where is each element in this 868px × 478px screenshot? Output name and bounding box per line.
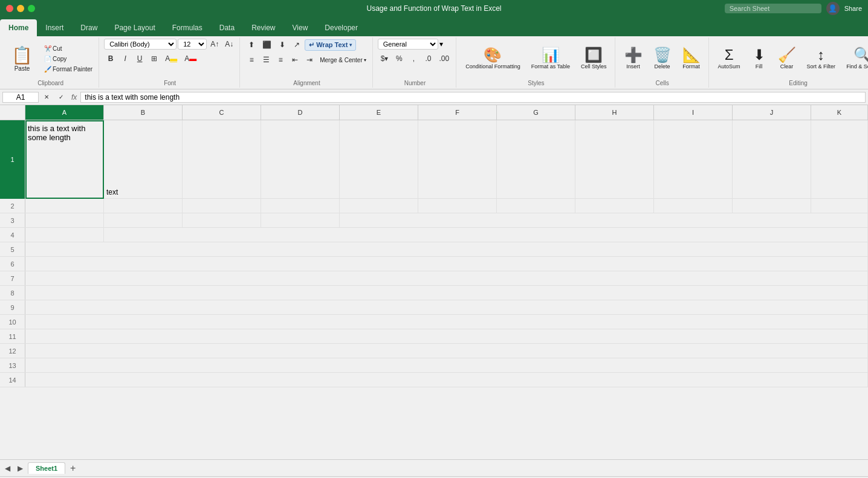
font-color-button[interactable]: A▬	[181, 53, 199, 65]
cell-d2[interactable]	[261, 199, 340, 213]
italic-button[interactable]: I	[118, 53, 132, 65]
tab-pagelayout[interactable]: Page Layout	[106, 19, 163, 36]
cell-i2[interactable]	[654, 199, 733, 213]
minimize-button[interactable]	[17, 5, 24, 12]
cell-c1[interactable]	[183, 120, 261, 199]
row-number-2[interactable]: 2	[0, 199, 25, 213]
cell-rest-6[interactable]	[25, 257, 868, 271]
row-number-8[interactable]: 8	[0, 286, 25, 300]
cell-d3[interactable]	[261, 213, 340, 227]
tab-review[interactable]: Review	[243, 19, 283, 36]
align-top-button[interactable]: ⬆	[245, 39, 258, 51]
cell-a3[interactable]	[25, 213, 104, 227]
font-decrease-button[interactable]: A↓	[222, 39, 236, 50]
underline-button[interactable]: U	[133, 53, 146, 65]
cell-b1[interactable]: text	[104, 120, 183, 199]
cut-button[interactable]: ✂️ Cut	[42, 44, 95, 53]
cell-rest-12[interactable]	[25, 344, 868, 358]
search-input[interactable]	[725, 4, 821, 13]
percent-button[interactable]: %	[392, 53, 406, 65]
cell-f1[interactable]	[418, 120, 497, 199]
row-number-6[interactable]: 6	[0, 257, 25, 271]
decrease-indent-button[interactable]: ⇤	[288, 54, 302, 66]
confirm-formula-button[interactable]: ✓	[54, 92, 68, 102]
formula-input[interactable]	[80, 92, 866, 103]
number-format-select[interactable]: General	[378, 39, 438, 50]
cell-e1[interactable]	[340, 120, 418, 199]
decrease-decimal-button[interactable]: .0	[421, 53, 435, 65]
cell-rest-13[interactable]	[25, 358, 868, 372]
row-number-14[interactable]: 14	[0, 373, 25, 387]
cell-rest-14[interactable]	[25, 373, 868, 387]
clear-button[interactable]: 🧹 Clear	[774, 45, 800, 73]
row-number-4[interactable]: 4	[0, 228, 25, 242]
tab-home[interactable]: Home	[0, 19, 37, 36]
angle-text-button[interactable]: ↗	[290, 39, 303, 51]
find-select-button[interactable]: 🔍 Find & Select	[842, 45, 868, 73]
cell-c3[interactable]	[183, 213, 261, 227]
cell-i1[interactable]	[654, 120, 733, 199]
sheet-tab-sheet1[interactable]: Sheet1	[28, 462, 65, 474]
cell-g2[interactable]	[497, 199, 575, 213]
col-header-b[interactable]: B	[104, 105, 183, 120]
cell-rest-11[interactable]	[25, 329, 868, 343]
insert-button[interactable]: ➕ Insert	[620, 45, 647, 73]
cell-rest-5[interactable]	[25, 242, 868, 256]
row-number-12[interactable]: 12	[0, 344, 25, 358]
format-painter-button[interactable]: 🖌️ Format Painter	[42, 65, 95, 74]
cell-rest-10[interactable]	[25, 315, 868, 329]
col-header-j[interactable]: J	[733, 105, 811, 120]
share-button[interactable]: Share	[844, 5, 862, 12]
col-header-c[interactable]: C	[183, 105, 261, 120]
align-center-button[interactable]: ☰	[259, 54, 273, 66]
font-increase-button[interactable]: A↑	[208, 39, 221, 50]
sort-filter-button[interactable]: ↕ Sort & Filter	[803, 45, 840, 73]
cell-rest-9[interactable]	[25, 300, 868, 314]
format-as-table-button[interactable]: 📊 Format as Table	[527, 45, 574, 73]
cell-d1[interactable]	[261, 120, 340, 199]
col-header-h[interactable]: H	[575, 105, 654, 120]
row-number-9[interactable]: 9	[0, 300, 25, 314]
col-header-i[interactable]: I	[654, 105, 733, 120]
tab-insert[interactable]: Insert	[37, 19, 72, 36]
fill-button[interactable]: ⬇ Fill	[747, 45, 771, 73]
align-left-button[interactable]: ≡	[245, 54, 258, 66]
sheet-next-button[interactable]: ▶	[15, 463, 25, 474]
row-number-10[interactable]: 10	[0, 315, 25, 329]
cell-b3[interactable]	[104, 213, 183, 227]
row-number-1[interactable]: 1	[0, 120, 25, 199]
cell-k1[interactable]	[811, 120, 868, 199]
cell-rest-4[interactable]	[104, 228, 868, 242]
autosum-button[interactable]: Σ AutoSum	[714, 45, 745, 73]
increase-decimal-button[interactable]: .00	[436, 53, 452, 65]
col-header-a[interactable]: A	[25, 105, 104, 120]
cell-b2[interactable]	[104, 199, 183, 213]
comma-button[interactable]: ,	[407, 53, 420, 65]
wrap-text-button[interactable]: ↵ Wrap Text ▾	[305, 39, 356, 51]
align-right-button[interactable]: ≡	[274, 54, 287, 66]
delete-button[interactable]: 🗑️ Delete	[649, 45, 676, 73]
cell-a2[interactable]	[25, 199, 104, 213]
cell-a4[interactable]	[25, 228, 104, 242]
tab-formulas[interactable]: Formulas	[164, 19, 211, 36]
col-header-k[interactable]: K	[811, 105, 868, 120]
cell-g1[interactable]	[497, 120, 575, 199]
cell-reference-box[interactable]: A1	[2, 92, 39, 103]
font-size-select[interactable]: 12	[178, 39, 207, 50]
font-family-select[interactable]: Calibri (Body)	[104, 39, 177, 50]
fill-color-button[interactable]: A▬	[162, 53, 180, 65]
row-number-3[interactable]: 3	[0, 213, 25, 227]
row-number-7[interactable]: 7	[0, 271, 25, 285]
col-header-g[interactable]: G	[497, 105, 575, 120]
row-number-13[interactable]: 13	[0, 358, 25, 372]
cell-f2[interactable]	[418, 199, 497, 213]
paste-button[interactable]: 📋 Paste	[6, 42, 38, 75]
cell-a1[interactable]: this is a text with some length	[25, 120, 104, 199]
copy-button[interactable]: 📄 Copy	[42, 54, 95, 63]
cell-rest-8[interactable]	[25, 286, 868, 300]
cell-h2[interactable]	[575, 199, 654, 213]
cell-j1[interactable]	[733, 120, 811, 199]
close-button[interactable]	[6, 5, 13, 12]
cell-rest-7[interactable]	[25, 271, 868, 285]
bold-button[interactable]: B	[104, 53, 117, 65]
